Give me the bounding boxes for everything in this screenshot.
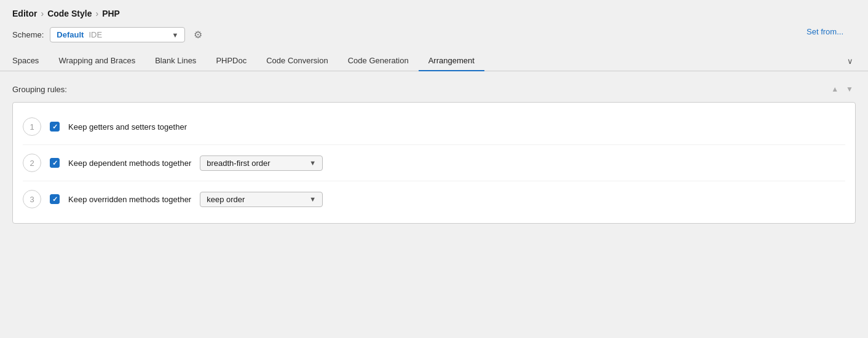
scheme-sub: IDE <box>89 30 102 39</box>
rule-checkbox-3[interactable] <box>50 194 60 204</box>
breadcrumb-code-style: Code Style <box>47 9 92 18</box>
scheme-dropdown-arrow-icon: ▼ <box>172 31 178 39</box>
rule-checkbox-2[interactable] <box>50 158 60 168</box>
scheme-label: Scheme: <box>12 30 44 39</box>
gear-icon: ⚙ <box>194 29 202 40</box>
scheme-dropdown[interactable]: Default IDE ▼ <box>50 27 185 42</box>
arrow-buttons: ▲ ▼ <box>829 84 856 95</box>
rule-dropdown-3-value: keep order <box>207 195 245 204</box>
breadcrumb-php: PHP <box>102 9 120 18</box>
breadcrumb-sep-2: › <box>95 9 98 18</box>
rule-num-2: 2 <box>23 154 41 172</box>
tab-overflow-button[interactable]: ∨ <box>845 52 856 71</box>
rule-text-2: Keep dependent methods together <box>68 159 191 168</box>
tab-blank-lines[interactable]: Blank Lines <box>145 51 206 71</box>
tab-wrapping[interactable]: Wrapping and Braces <box>49 51 145 71</box>
move-up-button[interactable]: ▲ <box>829 84 841 95</box>
breadcrumb-editor: Editor <box>12 9 37 18</box>
rules-box: 1 Keep getters and setters together 2 Ke… <box>12 102 856 224</box>
tab-code-conversion[interactable]: Code Conversion <box>256 51 337 71</box>
tab-arrangement[interactable]: Arrangement <box>419 51 484 71</box>
breadcrumb: Editor › Code Style › PHP <box>12 9 856 18</box>
grouping-header: Grouping rules: ▲ ▼ <box>12 84 856 95</box>
rule-row-3: 3 Keep overridden methods together keep … <box>23 181 845 217</box>
move-down-button[interactable]: ▼ <box>843 84 856 95</box>
gear-button[interactable]: ⚙ <box>191 28 205 42</box>
rule-dropdown-3-arrow-icon: ▼ <box>309 195 316 203</box>
tab-phpdoc[interactable]: PHPDoc <box>206 51 256 71</box>
rule-num-1: 1 <box>23 117 41 136</box>
rule-text-3: Keep overridden methods together <box>68 195 191 204</box>
rule-dropdown-2-value: breadth-first order <box>207 159 270 168</box>
rule-num-3: 3 <box>23 190 41 208</box>
tabs-bar: Spaces Wrapping and Braces Blank Lines P… <box>0 51 868 71</box>
main-content: Grouping rules: ▲ ▼ 1 Keep getters and s… <box>0 71 868 236</box>
grouping-rules-label: Grouping rules: <box>12 85 67 94</box>
breadcrumb-sep-1: › <box>41 9 44 18</box>
rule-text-1: Keep getters and setters together <box>68 122 187 132</box>
rule-dropdown-2[interactable]: breadth-first order ▼ <box>200 155 323 171</box>
rule-row-2: 2 Keep dependent methods together breadt… <box>23 145 845 181</box>
rule-dropdown-3[interactable]: keep order ▼ <box>200 192 323 207</box>
rule-row-1: 1 Keep getters and setters together <box>23 109 845 145</box>
tab-code-generation[interactable]: Code Generation <box>338 51 419 71</box>
rule-checkbox-1[interactable] <box>50 122 60 132</box>
scheme-name: Default <box>57 30 84 39</box>
rule-dropdown-2-arrow-icon: ▼ <box>309 159 316 167</box>
tab-spaces[interactable]: Spaces <box>12 51 49 71</box>
set-from-link[interactable]: Set from... <box>205 27 843 40</box>
